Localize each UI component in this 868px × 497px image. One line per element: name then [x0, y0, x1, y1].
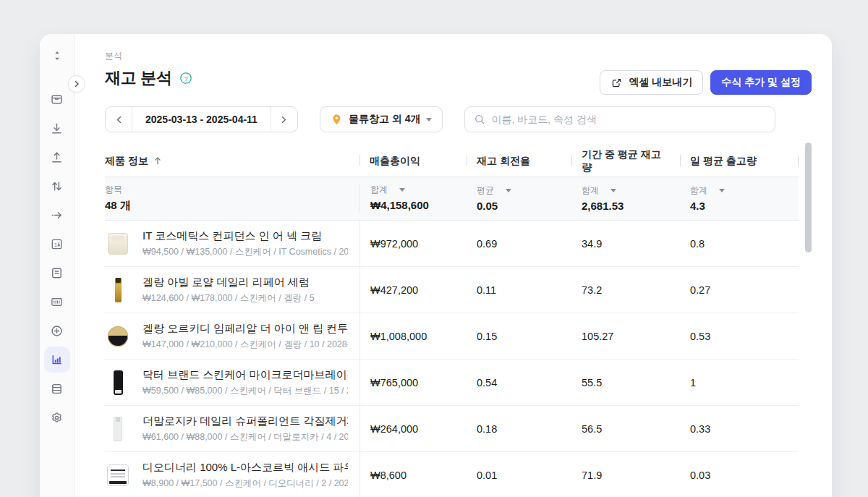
turnover-value: 0.01 — [467, 470, 571, 481]
gross-profit-value: ₩1,008,000 — [359, 313, 467, 359]
svg-text:?: ? — [184, 75, 187, 82]
formula-settings-button[interactable]: 수식 추가 및 설정 — [710, 70, 812, 95]
inbound-download-icon[interactable] — [44, 115, 70, 141]
product-thumbnail — [105, 416, 131, 442]
table-row[interactable]: IT 코스메틱스 컨피던스 인 어 넥 크림 ₩94,500 / ₩135,00… — [105, 221, 799, 267]
caret-down-icon — [506, 189, 511, 192]
table-row[interactable]: 겔랑 아빌 로얄 데일리 리페어 세럼 ₩124,600 / ₩178,000 … — [105, 267, 799, 313]
excel-export-button[interactable]: 엑셀 내보내기 — [600, 70, 703, 95]
collapse-vertical-icon[interactable] — [44, 43, 70, 69]
chevron-right-icon — [72, 80, 81, 88]
product-subtitle: ₩94,500 / ₩135,000 / 스킨케어 / IT Cosmetics… — [142, 246, 348, 258]
app-canvas: 1 — [0, 0, 868, 497]
gross-profit-value: ₩765,000 — [359, 360, 467, 405]
turnover-value: 0.18 — [467, 423, 571, 435]
table-row[interactable]: 더말로지카 데일리 슈퍼폴리언트 각질제거제 ₩61,600 / ₩88,000… — [105, 406, 799, 452]
daily-outbound-value: 0.33 — [680, 423, 799, 435]
product-subtitle: ₩8,900 / ₩17,500 / 스킨케어 / 디오디너리 / 2 / 20… — [142, 477, 348, 490]
product-title: 닥터 브랜드 스킨케어 마이크로더마브레이전 에이... — [142, 368, 348, 382]
caret-down-icon — [610, 189, 616, 192]
move-right-icon[interactable] — [44, 202, 70, 228]
add-circle-icon[interactable] — [44, 318, 70, 344]
summary-row: 항목 48 개 합계 ₩4,158,600 평균 0.05 합계 2,681.5… — [105, 177, 799, 221]
avg-inventory-value: 56.5 — [571, 423, 680, 435]
caret-down-icon — [426, 118, 432, 122]
table-row[interactable]: 닥터 브랜드 스킨케어 마이크로더마브레이전 에이... ₩59,500 / ₩… — [105, 360, 799, 406]
table-row[interactable]: 겔랑 오르키디 임페리알 더 아이 앤 립 컨투어 크림 ₩147,000 / … — [105, 313, 799, 360]
barcode-icon[interactable] — [44, 289, 70, 315]
summary-agg-selector[interactable]: 합계 — [370, 184, 467, 196]
column-header-turnover[interactable]: 재고 회전율 — [467, 151, 571, 170]
date-next-button[interactable] — [271, 107, 297, 132]
product-thumbnail — [105, 231, 131, 257]
summary-gross-profit-cell: 합계 ₩4,158,600 — [359, 184, 467, 213]
summary-agg-selector[interactable]: 평균 — [477, 184, 571, 197]
product-subtitle: ₩124,600 / ₩178,000 / 스킨케어 / 겔랑 / 5 — [142, 292, 315, 305]
formula-settings-label: 수식 추가 및 설정 — [721, 76, 801, 89]
help-icon[interactable]: ? — [179, 72, 192, 85]
package-icon[interactable] — [44, 86, 70, 112]
sidebar-nav: 1 — [40, 34, 75, 497]
summary-avg-inventory-cell: 합계 2,681.53 — [571, 184, 680, 212]
column-header-gross-profit[interactable]: 매출총이익 — [359, 151, 467, 170]
product-thumbnail — [105, 323, 131, 349]
summary-turnover-cell: 평균 0.05 — [467, 184, 571, 212]
main-content: 분석 재고 분석 ? 엑셀 내보내기 수식 추가 및 설정 — [75, 34, 832, 497]
summary-turnover-value: 0.05 — [477, 200, 571, 212]
document-icon[interactable] — [44, 260, 70, 286]
gross-profit-value: ₩8,600 — [359, 452, 467, 497]
export-icon — [610, 77, 623, 89]
column-header-avg-inventory[interactable]: 기간 중 평균 재고량 — [571, 145, 680, 177]
product-thumbnail — [105, 370, 131, 396]
avg-inventory-value: 71.9 — [571, 470, 680, 481]
summary-agg-selector[interactable]: 합계 — [582, 184, 680, 197]
vertical-scrollbar[interactable] — [805, 143, 812, 252]
date-range-control: 2025-03-13 - 2025-04-11 — [105, 106, 298, 132]
sidebar-expand-button[interactable] — [68, 75, 85, 93]
main-window: 1 — [40, 34, 832, 497]
settings-gear-icon[interactable] — [44, 404, 70, 430]
chevron-left-icon — [114, 115, 124, 124]
page-title: 재고 분석 — [105, 67, 172, 89]
search-input[interactable] — [491, 114, 766, 125]
gross-profit-value: ₩972,000 — [359, 221, 467, 266]
summary-avg-inventory-value: 2,681.53 — [582, 200, 680, 212]
avg-inventory-value: 34.9 — [571, 238, 680, 250]
gross-profit-value: ₩427,200 — [359, 267, 467, 313]
product-subtitle: ₩59,500 / ₩85,000 / 스킨케어 / 닥터 브랜드 / 15 /… — [142, 385, 348, 397]
sort-ascending-icon — [153, 156, 163, 166]
product-subtitle: ₩61,600 / ₩88,000 / 스킨케어 / 더말로지카 / 4 / 2… — [142, 431, 348, 443]
column-header-daily-outbound[interactable]: 일 평균 출고량 — [680, 151, 799, 170]
product-thumbnail — [105, 462, 131, 488]
product-cell: 더말로지카 데일리 슈퍼폴리언트 각질제거제 ₩61,600 / ₩88,000… — [105, 415, 359, 443]
title-block: 분석 재고 분석 ? — [105, 50, 192, 89]
table-row[interactable]: 디오디너리 100% L-아스코르빅 애시드 파우더 ₩8,900 / ₩17,… — [105, 452, 799, 497]
summary-daily-outbound-value: 4.3 — [690, 200, 799, 212]
header-actions: 엑셀 내보내기 수식 추가 및 설정 — [600, 70, 812, 95]
product-subtitle: ₩147,000 / ₩210,000 / 스킨케어 / 겔랑 / 10 / 2… — [142, 339, 348, 351]
warehouse-filter[interactable]: 물류창고 외 4개 — [320, 106, 443, 132]
product-title: 디오디너리 100% L-아스코르빅 애시드 파우더 — [142, 461, 348, 475]
summary-items-label: 항목 — [105, 184, 122, 196]
summary-gross-profit-value: ₩4,158,600 — [370, 199, 467, 211]
column-header-product[interactable]: 제품 정보 — [105, 151, 359, 170]
transfer-arrows-icon[interactable] — [44, 173, 70, 199]
summary-items-cell: 항목 48 개 — [105, 184, 359, 213]
daily-outbound-value: 0.27 — [680, 284, 799, 296]
adjustment-icon[interactable]: 1 — [44, 231, 70, 257]
daily-outbound-value: 1 — [680, 377, 799, 388]
turnover-value: 0.54 — [467, 377, 571, 388]
summary-agg-selector[interactable]: 합계 — [690, 184, 799, 197]
date-range-value[interactable]: 2025-03-13 - 2025-04-11 — [132, 114, 271, 125]
analytics-chart-icon[interactable] — [44, 347, 70, 373]
database-icon[interactable] — [44, 375, 70, 402]
product-title: 더말로지카 데일리 슈퍼폴리언트 각질제거제 — [142, 415, 348, 428]
turnover-value: 0.69 — [467, 238, 571, 250]
inventory-table: 제품 정보 매출총이익 재고 회전율 기간 중 평균 재고량 일 평균 출고량 … — [105, 145, 799, 497]
avg-inventory-value: 73.2 — [571, 284, 680, 296]
date-prev-button[interactable] — [106, 107, 132, 132]
caret-down-icon — [399, 188, 405, 192]
outbound-upload-icon[interactable] — [44, 144, 70, 170]
location-pin-icon — [331, 114, 343, 126]
product-title: IT 코스메틱스 컨피던스 인 어 넥 크림 — [142, 229, 348, 243]
